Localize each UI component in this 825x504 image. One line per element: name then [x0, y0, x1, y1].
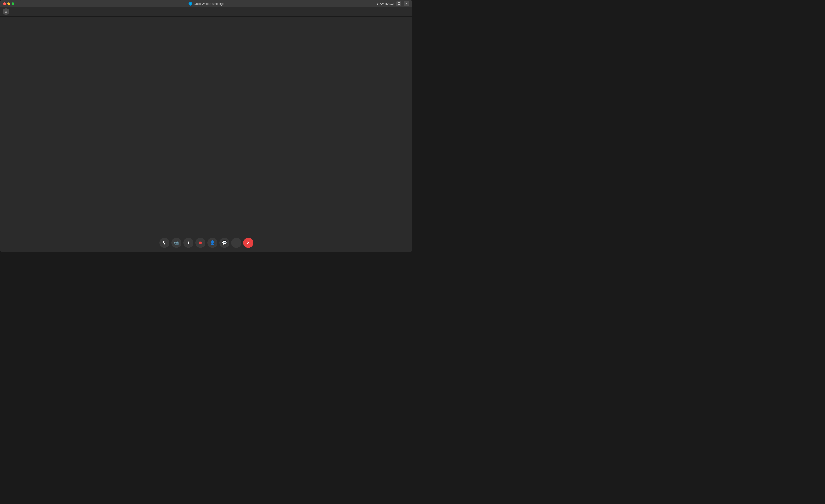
close-button[interactable] — [3, 2, 6, 5]
maximize-button[interactable] — [11, 2, 14, 5]
topbar: ⌂ — [0, 7, 412, 16]
participants-button[interactable]: 👤 — [207, 238, 217, 248]
mute-icon: 🎙 — [162, 240, 166, 245]
share-button[interactable]: ⬆ — [183, 238, 194, 248]
grid-view-button[interactable] — [396, 1, 401, 6]
video-icon: 📹 — [174, 240, 179, 245]
svg-point-4 — [406, 3, 407, 4]
chat-icon: 💬 — [222, 240, 227, 245]
record-button[interactable]: ⏺ — [195, 238, 206, 248]
chat-button[interactable]: 💬 — [219, 238, 229, 248]
minimize-button[interactable] — [7, 2, 10, 5]
titlebar-left — [3, 2, 14, 5]
svg-rect-1 — [399, 2, 400, 3]
home-button[interactable]: ⌂ — [3, 8, 9, 15]
webex-logo-icon — [189, 2, 192, 6]
titlebar-right: 🎙 Connected — [376, 1, 409, 6]
svg-rect-2 — [397, 4, 399, 5]
more-button[interactable]: ··· — [231, 238, 241, 248]
mic-icon: 🎙 — [376, 2, 379, 6]
traffic-lights — [3, 2, 14, 5]
app-title: Cisco Webex Meetings — [194, 2, 224, 6]
connection-status: Connected — [380, 2, 394, 5]
video-button[interactable]: 📹 — [171, 238, 181, 248]
more-icon: ··· — [234, 241, 238, 244]
settings-button[interactable] — [404, 1, 409, 6]
titlebar-center: Cisco Webex Meetings — [189, 2, 224, 6]
video-grid-wrapper: 📷 rledyt 📷 Robyn Brown — [0, 16, 412, 252]
control-bar: 🎙 📹 ⬆ ⏺ 👤 💬 ··· ✕ — [159, 238, 253, 248]
end-call-button[interactable]: ✕ — [243, 238, 253, 248]
app-window: Cisco Webex Meetings 🎙 Connected ⌂ — [0, 0, 412, 252]
video-grid: 📷 rledyt 📷 Robyn Brown — [0, 16, 412, 17]
participants-icon: 👤 — [210, 240, 215, 245]
titlebar: Cisco Webex Meetings 🎙 Connected — [0, 0, 412, 7]
mute-button[interactable]: 🎙 — [159, 238, 169, 248]
end-icon: ✕ — [247, 241, 250, 245]
svg-rect-3 — [399, 4, 400, 5]
share-icon: ⬆ — [187, 241, 190, 245]
home-icon: ⌂ — [5, 10, 7, 13]
record-icon: ⏺ — [198, 240, 203, 245]
svg-rect-0 — [397, 2, 399, 3]
mic-status: 🎙 Connected — [376, 2, 394, 6]
